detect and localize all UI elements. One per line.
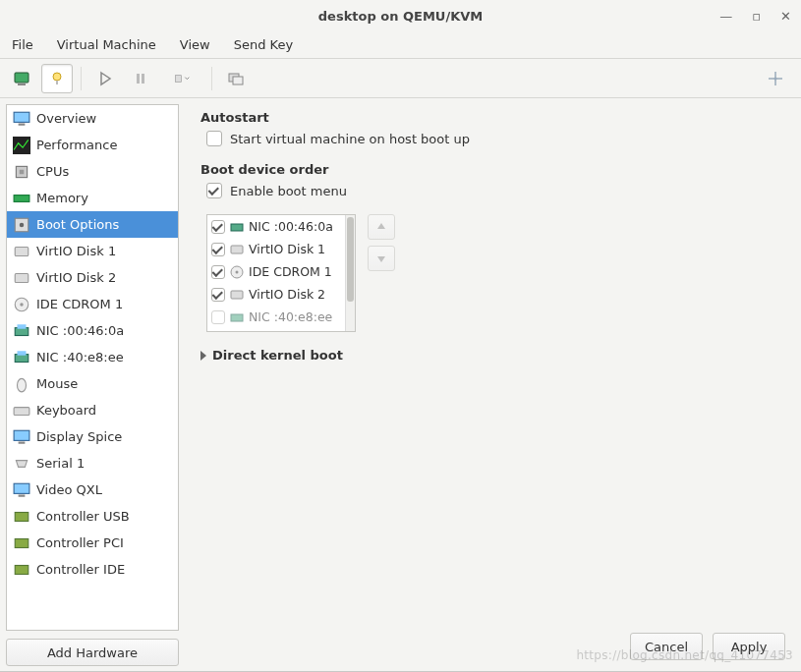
svg-point-38	[236, 270, 239, 273]
move-up-button[interactable]	[368, 214, 395, 240]
titlebar: desktop on QEMU/KVM — ▫ ✕	[0, 0, 801, 31]
svg-rect-39	[231, 291, 243, 299]
shutdown-menu-button[interactable]	[160, 64, 203, 93]
cancel-button[interactable]: Cancel	[630, 633, 703, 660]
boot-order-heading: Boot device order	[200, 162, 785, 177]
svg-rect-35	[231, 224, 243, 231]
pause-button[interactable]	[125, 64, 156, 93]
boot-device-row[interactable]: NIC :00:46:0a	[207, 215, 355, 238]
direct-kernel-boot-expander[interactable]: Direct kernel boot	[200, 348, 785, 363]
sidebar-item-serial[interactable]: Serial 1	[7, 450, 178, 476]
boot-device-row[interactable]: VirtIO Disk 2	[207, 283, 355, 306]
move-down-button[interactable]	[368, 246, 395, 271]
sidebar-item-mouse[interactable]: Mouse	[7, 370, 178, 397]
svg-rect-40	[231, 314, 243, 321]
enable-boot-menu-checkbox[interactable]	[206, 183, 222, 198]
controller-icon	[13, 508, 30, 526]
sidebar-item-virtio-disk-2[interactable]: VirtIO Disk 2	[7, 264, 178, 291]
sidebar-item-virtio-disk-1[interactable]: VirtIO Disk 1	[7, 238, 178, 264]
sidebar-item-controller-usb[interactable]: Controller USB	[7, 503, 178, 530]
svg-rect-11	[19, 123, 26, 125]
sidebar-item-boot-options[interactable]: Boot Options	[7, 211, 178, 238]
sidebar-item-video[interactable]: Video QXL	[7, 476, 178, 503]
svg-point-26	[18, 378, 27, 392]
window-title: desktop on QEMU/KVM	[318, 9, 483, 24]
boot-device-row[interactable]: NIC :40:e8:ee	[207, 306, 355, 328]
toolbar-separator	[81, 67, 82, 90]
console-view-button[interactable]	[6, 64, 37, 93]
boot-device-checkbox[interactable]	[211, 243, 225, 256]
svg-rect-23	[18, 324, 27, 329]
toolbar-separator	[211, 67, 212, 90]
toolbar	[0, 59, 801, 98]
hardware-list[interactable]: Overview Performance CPUs Memory Boot Op…	[6, 104, 179, 631]
menu-virtual-machine[interactable]: Virtual Machine	[57, 37, 156, 52]
svg-rect-4	[137, 74, 140, 84]
sidebar-item-controller-pci[interactable]: Controller PCI	[7, 530, 178, 556]
boot-device-checkbox[interactable]	[211, 310, 225, 324]
cdrom-icon	[229, 264, 245, 280]
sidebar-item-cpus[interactable]: CPUs	[7, 158, 178, 185]
disk-icon	[13, 243, 30, 260]
boot-device-checkbox[interactable]	[211, 265, 225, 279]
nic-icon	[229, 309, 245, 325]
menu-view[interactable]: View	[180, 37, 210, 52]
add-hardware-button[interactable]: Add Hardware	[6, 639, 179, 666]
controller-icon	[13, 534, 30, 552]
reorder-buttons	[368, 214, 395, 332]
apply-button[interactable]: Apply	[713, 633, 785, 660]
sidebar-item-keyboard[interactable]: Keyboard	[7, 397, 178, 423]
menu-send-key[interactable]: Send Key	[234, 37, 293, 52]
svg-rect-3	[56, 81, 58, 84]
boot-options-panel: Autostart Start virtual machine on host …	[185, 98, 801, 672]
fullscreen-button[interactable]	[760, 64, 791, 93]
keyboard-icon	[13, 402, 30, 420]
disk-icon	[229, 287, 245, 303]
monitor-icon	[13, 110, 30, 128]
scrollbar[interactable]	[345, 215, 355, 331]
boot-device-row[interactable]: VirtIO Disk 1	[207, 238, 355, 260]
sidebar: Overview Performance CPUs Memory Boot Op…	[0, 98, 185, 672]
minimize-button[interactable]: —	[719, 9, 732, 24]
sidebar-item-memory[interactable]: Memory	[7, 185, 178, 211]
svg-rect-14	[20, 169, 25, 174]
sidebar-item-performance[interactable]: Performance	[7, 132, 178, 158]
boot-device-checkbox[interactable]	[211, 220, 225, 234]
svg-rect-31	[19, 494, 26, 496]
boot-device-row[interactable]: IDE CDROM 1	[207, 260, 355, 283]
sidebar-item-nic-2[interactable]: NIC :40:e8:ee	[7, 344, 178, 370]
memory-icon	[13, 190, 30, 207]
nic-icon	[13, 322, 30, 340]
menubar: File Virtual Machine View Send Key	[0, 31, 801, 59]
sidebar-item-overview[interactable]: Overview	[7, 105, 178, 132]
svg-point-2	[53, 73, 61, 81]
autostart-row: Start virtual machine on host boot up	[206, 131, 785, 146]
sidebar-item-display[interactable]: Display Spice	[7, 423, 178, 450]
menu-file[interactable]: File	[12, 37, 33, 52]
svg-rect-33	[15, 538, 29, 547]
run-button[interactable]	[89, 64, 121, 93]
mouse-icon	[13, 375, 30, 393]
svg-rect-19	[15, 273, 29, 282]
svg-rect-1	[18, 84, 26, 85]
video-icon	[13, 481, 30, 499]
svg-rect-36	[231, 246, 243, 253]
sidebar-item-nic-1[interactable]: NIC :00:46:0a	[7, 317, 178, 344]
boot-device-list[interactable]: NIC :00:46:0a VirtIO Disk 1 IDE CDROM 1 …	[206, 214, 356, 332]
details-view-button[interactable]	[41, 64, 73, 93]
maximize-button[interactable]: ▫	[752, 9, 761, 24]
svg-rect-10	[14, 112, 29, 122]
sidebar-item-ide-cdrom[interactable]: IDE CDROM 1	[7, 291, 178, 317]
close-button[interactable]: ✕	[780, 9, 791, 24]
svg-rect-22	[15, 327, 29, 335]
boot-icon	[13, 216, 30, 234]
snapshots-button[interactable]	[220, 64, 252, 93]
svg-rect-28	[14, 430, 29, 440]
svg-rect-32	[15, 512, 29, 521]
display-icon	[13, 428, 30, 446]
boot-device-checkbox[interactable]	[211, 288, 225, 302]
sidebar-item-controller-ide[interactable]: Controller IDE	[7, 556, 178, 583]
boot-device-area: NIC :00:46:0a VirtIO Disk 1 IDE CDROM 1 …	[206, 214, 785, 332]
svg-rect-8	[233, 77, 243, 84]
autostart-checkbox[interactable]	[206, 131, 222, 146]
